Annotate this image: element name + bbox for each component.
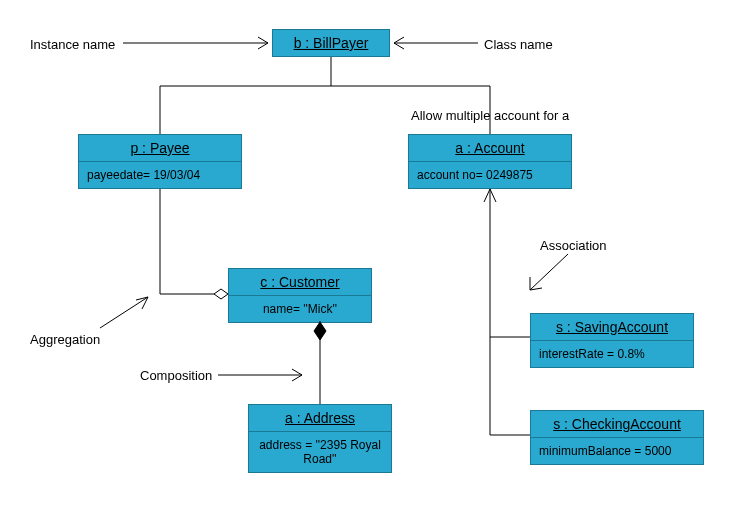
label-composition: Composition bbox=[140, 368, 212, 383]
label-association: Association bbox=[540, 238, 606, 253]
object-attr-saving: interestRate = 0.8% bbox=[531, 341, 693, 367]
object-attr-address: address = ''2395 Royal Road'' bbox=[249, 432, 391, 472]
object-title-account: a : Account bbox=[409, 135, 571, 162]
object-title-checking: s : CheckingAccount bbox=[531, 411, 703, 438]
label-class-name: Class name bbox=[484, 37, 553, 52]
object-title-payee: p : Payee bbox=[79, 135, 241, 162]
object-title-customer: c : Customer bbox=[229, 269, 371, 296]
object-attr-checking: minimumBalance = 5000 bbox=[531, 438, 703, 464]
label-instance-name: Instance name bbox=[30, 37, 115, 52]
object-billpayer: b : BillPayer bbox=[272, 29, 390, 57]
object-checking: s : CheckingAccount minimumBalance = 500… bbox=[530, 410, 704, 465]
svg-marker-11 bbox=[314, 322, 326, 340]
object-title-billpayer: b : BillPayer bbox=[273, 30, 389, 56]
object-payee: p : Payee payeedate= 19/03/04 bbox=[78, 134, 242, 189]
object-customer: c : Customer name= ''Mick'' bbox=[228, 268, 372, 323]
object-attr-payee: payeedate= 19/03/04 bbox=[79, 162, 241, 188]
label-aggregation: Aggregation bbox=[30, 332, 100, 347]
object-attr-account: account no= 0249875 bbox=[409, 162, 571, 188]
object-address: a : Address address = ''2395 Royal Road'… bbox=[248, 404, 392, 473]
svg-marker-8 bbox=[214, 289, 228, 299]
svg-line-9 bbox=[100, 297, 148, 328]
object-title-saving: s : SavingAccount bbox=[531, 314, 693, 341]
label-allow-multiple: Allow multiple account for a bbox=[411, 108, 569, 123]
object-saving: s : SavingAccount interestRate = 0.8% bbox=[530, 313, 694, 368]
svg-line-17 bbox=[530, 254, 568, 290]
object-attr-customer: name= ''Mick'' bbox=[229, 296, 371, 322]
object-account: a : Account account no= 0249875 bbox=[408, 134, 572, 189]
object-title-address: a : Address bbox=[249, 405, 391, 432]
